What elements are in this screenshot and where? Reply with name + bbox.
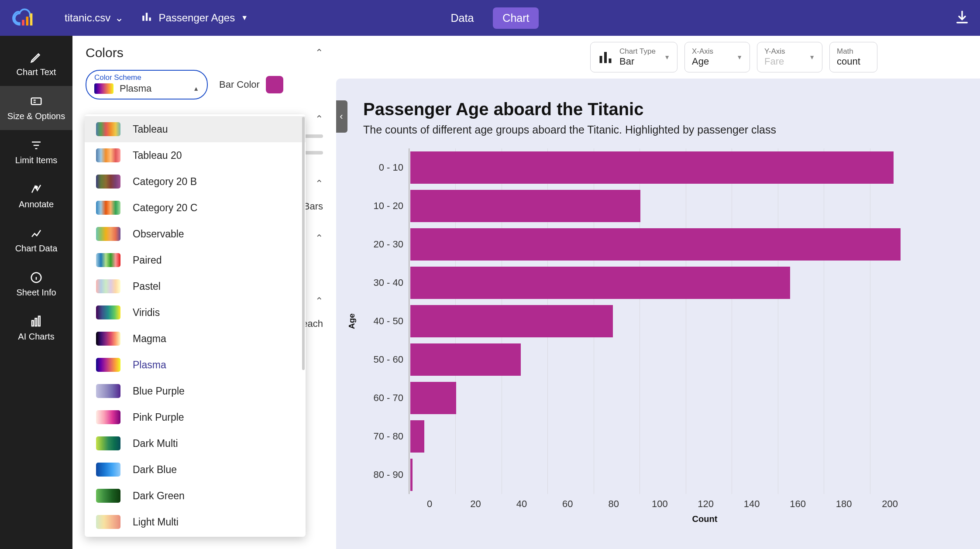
chevron-up-icon: ⌃: [315, 178, 323, 189]
gradient-swatch: [96, 332, 120, 346]
sidebar-item-chart-data[interactable]: Chart Data: [0, 218, 72, 262]
svg-rect-12: [600, 56, 602, 63]
bar: [410, 343, 521, 376]
gradient-swatch: [96, 148, 120, 162]
sidebar-item-annotate[interactable]: Annotate: [0, 174, 72, 218]
svg-rect-1: [26, 17, 29, 25]
download-button[interactable]: [955, 10, 970, 26]
x-tick: 40: [516, 498, 527, 510]
chart-area: Chart Type Bar ▼ X-Axis Age ▼ Y-Axis Far…: [336, 36, 980, 549]
svg-rect-4: [146, 13, 148, 21]
grid-line: [732, 148, 732, 494]
options-panel: Colors ⌃ Color Scheme Plasma ▲ Bar Color…: [72, 36, 336, 549]
gradient-swatch: [96, 201, 120, 215]
gradient-swatch: [96, 463, 120, 477]
y-tick: 70 - 80: [374, 417, 404, 456]
annotate-icon: [30, 183, 43, 196]
sidebar-item-limit-items[interactable]: Limit Items: [0, 130, 72, 174]
scheme-option-dark-blue[interactable]: Dark Blue: [85, 456, 306, 483]
scheme-option-label: Viridis: [133, 307, 160, 319]
sidebar-item-ai-charts[interactable]: AI Charts: [0, 306, 72, 350]
color-scheme-dropdown[interactable]: Color Scheme Plasma ▲: [86, 70, 208, 100]
svg-rect-0: [22, 20, 24, 25]
sidebar-item-chart-text[interactable]: Chart Text: [0, 42, 72, 86]
info-icon: [30, 271, 43, 284]
file-selector[interactable]: titanic.csv ⌄: [65, 12, 124, 24]
scheme-option-label: Magma: [133, 333, 166, 345]
math-select[interactable]: Math count: [829, 42, 877, 72]
triangle-down-icon: ▼: [736, 54, 743, 61]
svg-rect-10: [35, 319, 37, 326]
svg-rect-2: [30, 14, 33, 26]
scheme-option-pastel[interactable]: Pastel: [85, 273, 306, 299]
svg-rect-5: [149, 17, 151, 21]
sidebar-item-size-options[interactable]: Size & Options: [0, 86, 72, 130]
chart-type-select[interactable]: Chart Type Bar ▼: [590, 42, 677, 72]
scrollbar[interactable]: [302, 117, 305, 370]
triangle-down-icon: ▼: [664, 54, 670, 61]
y-axis-select[interactable]: Y-Axis Fare ▼: [757, 42, 822, 72]
svg-point-7: [35, 186, 38, 189]
bar-chart-icon: [141, 11, 152, 25]
y-tick: 10 - 20: [374, 187, 404, 225]
scheme-option-light-multi[interactable]: Light Multi: [85, 509, 306, 535]
svg-rect-9: [32, 321, 34, 326]
svg-rect-11: [38, 316, 40, 326]
scheme-option-plasma[interactable]: Plasma: [85, 352, 306, 378]
svg-rect-3: [143, 16, 144, 21]
ai-icon: [30, 315, 43, 328]
chart-selector[interactable]: Passenger Ages ▼: [141, 11, 248, 25]
scheme-option-viridis[interactable]: Viridis: [85, 299, 306, 326]
tab-data[interactable]: Data: [441, 7, 484, 29]
tab-chart[interactable]: Chart: [493, 7, 539, 29]
y-tick: 40 - 50: [374, 302, 404, 340]
scheme-option-dark-multi[interactable]: Dark Multi: [85, 430, 306, 456]
gradient-swatch: [96, 515, 120, 529]
x-tick: 100: [652, 498, 668, 510]
color-scheme-value: Plasma: [120, 83, 151, 94]
scheme-option-tableau[interactable]: Tableau: [85, 116, 306, 142]
x-axis: 020406080100120140160180200: [430, 498, 980, 511]
y-tick: 30 - 40: [374, 264, 404, 302]
gradient-swatch: [96, 384, 120, 398]
scheme-option-label: Plasma: [133, 359, 166, 371]
bar-color-swatch[interactable]: [266, 76, 283, 93]
chevron-up-icon: ⌃: [315, 233, 323, 244]
bar: [410, 151, 894, 184]
x-tick: 20: [470, 498, 481, 510]
scheme-option-category-20-b[interactable]: Category 20 B: [85, 168, 306, 195]
scheme-option-paired[interactable]: Paired: [85, 247, 306, 273]
triangle-down-icon: ▼: [241, 14, 248, 22]
scheme-option-observable[interactable]: Observable: [85, 221, 306, 247]
scheme-option-pink-purple[interactable]: Pink Purple: [85, 404, 306, 430]
gradient-swatch: [96, 227, 120, 241]
svg-rect-14: [609, 58, 612, 63]
x-tick: 60: [562, 498, 573, 510]
scheme-option-magma[interactable]: Magma: [85, 326, 306, 352]
scheme-option-dark-green[interactable]: Dark Green: [85, 483, 306, 509]
scheme-option-blue-purple[interactable]: Blue Purple: [85, 378, 306, 404]
scheme-option-tableau-20[interactable]: Tableau 20: [85, 142, 306, 168]
scheme-option-label: Tableau: [133, 124, 168, 135]
x-axis-select[interactable]: X-Axis Age ▼: [684, 42, 750, 72]
section-colors[interactable]: Colors ⌃: [86, 45, 323, 60]
left-sidebar: Chart TextSize & OptionsLimit ItemsAnnot…: [0, 36, 72, 549]
y-tick: 0 - 10: [379, 148, 403, 187]
scheme-option-category-20-c[interactable]: Category 20 C: [85, 195, 306, 221]
collapse-panel-button[interactable]: ‹: [336, 100, 347, 133]
sidebar-item-sheet-info[interactable]: Sheet Info: [0, 262, 72, 306]
color-scheme-menu: TableauTableau 20Category 20 BCategory 2…: [85, 114, 306, 537]
gradient-swatch: [96, 279, 120, 293]
x-tick: 180: [836, 498, 852, 510]
file-name: titanic.csv: [65, 12, 110, 24]
chart-title: Passenger Age aboard the Titanic: [363, 100, 980, 119]
top-bar: titanic.csv ⌄ Passenger Ages ▼ Data Char…: [0, 0, 980, 36]
bar: [410, 382, 456, 414]
chevron-up-icon: ⌃: [315, 113, 323, 125]
gradient-swatch: [96, 122, 120, 136]
gradient-swatch: [96, 436, 120, 450]
x-tick: 200: [882, 498, 898, 510]
scheme-option-label: Light Multi: [133, 516, 179, 528]
x-tick: 160: [790, 498, 806, 510]
y-axis-label: Age: [347, 313, 357, 329]
